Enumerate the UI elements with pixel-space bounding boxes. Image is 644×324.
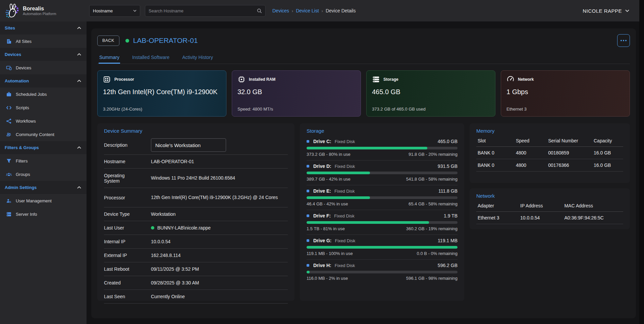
topbar: Borealis Automation Platform Hostname De… [0, 0, 644, 21]
sidebar-item-groups[interactable]: Groups [0, 168, 87, 181]
sidebar-section-admin-settings[interactable]: Admin Settings [0, 181, 87, 194]
row-value: 09/11/2025 @ 3:52 PM [151, 266, 199, 272]
drive-size: 119.1 MB [438, 238, 458, 243]
drive-remaining: 541.8 GB - 58% remaining [406, 177, 458, 182]
drive-row-d: Drive D: Fixed Disk 931.5 GB 389.7 GB - … [307, 160, 458, 185]
stat-card-value: 1 Gbps [506, 88, 624, 96]
row-value: 09/28/2025 @ 3:30 AM [151, 279, 199, 286]
stat-card-value: 465.0 GB [372, 88, 490, 96]
sidebar-item-devices[interactable]: Devices [0, 61, 87, 74]
column-header: Adapter [476, 201, 519, 212]
tab-activity-history[interactable]: Activity History [181, 52, 214, 64]
summary-row-last-user: Last User BUNNY-LAB\nicole.rappe [104, 221, 288, 235]
more-actions-button[interactable] [617, 34, 630, 47]
drive-used: 116.0 MB - 2% in use [307, 276, 348, 281]
summary-row-last-seen: Last Seen Currently Online [104, 290, 288, 304]
sidebar-item-server-info[interactable]: Server Info [0, 207, 87, 221]
summary-row-hostname: Hostname LAB-OPERATOR-01 [104, 155, 288, 169]
chevron-up-icon [77, 27, 81, 29]
device-details-card: BACK LAB-OPERATOR-01 Summary Installed S… [91, 28, 636, 318]
app-window: Borealis Automation Platform Hostname De… [0, 0, 644, 324]
sidebar-item-scripts[interactable]: Scripts [0, 101, 87, 114]
drive-bullet-icon [307, 239, 309, 242]
sidebar-section-automation[interactable]: Automation [0, 74, 87, 87]
drive-row-g: Drive G: Fixed Disk 119.1 MB 119.1 MB - … [307, 235, 458, 260]
stat-card-value: 12th Gen Intel(R) Core(TM) i9-12900K [103, 88, 221, 96]
sidebar-item-all-sites[interactable]: All Sites [0, 35, 87, 48]
search-box[interactable] [145, 5, 266, 17]
sidebar-item-scheduled-jobs[interactable]: Scheduled Jobs [0, 87, 87, 101]
drive-name: Drive H: [313, 263, 331, 268]
sidebar-item-label: All Sites [16, 39, 32, 44]
sidebar-item-label: Scheduled Jobs [16, 92, 47, 97]
breadcrumb-device-list[interactable]: Device List [296, 8, 319, 13]
search-input[interactable] [149, 8, 257, 13]
section-label: Automation [5, 78, 29, 83]
sidebar-item-label: Scripts [16, 105, 29, 110]
hostname-filter-select[interactable]: Hostname [89, 5, 140, 17]
gauge-icon [506, 75, 515, 83]
devices-icon [6, 65, 12, 71]
drive-remaining: 65.4 GB - 58% remaining [409, 201, 458, 206]
breadcrumb: Devices › Device List › Device Details [272, 8, 356, 13]
stat-card-footer: Ethernet 3 [506, 107, 624, 112]
sidebar-item-community-content[interactable]: Community Content [0, 128, 87, 141]
sidebar-section-devices[interactable]: Devices [0, 48, 87, 61]
device-header: BACK LAB-OPERATOR-01 [97, 33, 630, 48]
drive-name: Drive D: [313, 164, 331, 169]
sidebar-item-filters[interactable]: Filters [0, 154, 87, 168]
drive-size: 596.2 GB [438, 263, 458, 268]
server-icon [6, 211, 12, 217]
cell-speed: 4800 [515, 159, 547, 172]
device-summary-panel: Device Summary Description Hostname LAB-… [97, 123, 294, 301]
summary-row-external-ip: External IP 162.248.8.114 [104, 249, 288, 262]
network-row: Ethernet 3 10.0.0.54 A0:36:9F:94:26:5C [476, 212, 623, 224]
storage-panel: Storage Drive C: Fixed Disk 465.0 GB 373… [300, 123, 464, 301]
drive-used: 373.2 GB - 80% in use [307, 152, 351, 157]
cell-adapter: Ethernet 3 [476, 212, 519, 224]
rabbit-logo-icon [4, 3, 19, 18]
tab-bar: Summary Installed Software Activity Hist… [97, 52, 630, 64]
tab-installed-software[interactable]: Installed Software [131, 52, 170, 64]
summary-row-last-reboot: Last Reboot 09/11/2025 @ 3:52 PM [104, 262, 288, 276]
app-logo: Borealis Automation Platform [0, 3, 87, 18]
row-value: 162.248.8.114 [151, 252, 181, 259]
cell-speed: 4800 [515, 147, 547, 159]
stat-card-title: Processor [114, 77, 134, 82]
drive-remaining: 91.8 GB - 20% remaining [409, 152, 458, 157]
back-button[interactable]: BACK [97, 36, 119, 46]
memory-table: Slot Speed Serial Number Capacity BANK 0 [476, 136, 623, 172]
drive-bullet-icon [307, 190, 309, 192]
memory-module-icon [103, 75, 111, 83]
main-content: BACK LAB-OPERATOR-01 Summary Installed S… [87, 21, 644, 324]
sidebar: Sites All Sites Devices [0, 21, 87, 324]
drive-bullet-icon [307, 165, 309, 168]
funnel-icon [6, 158, 12, 164]
description-input[interactable] [151, 138, 226, 152]
drive-usage-bar [307, 147, 458, 149]
row-value: 12th Gen Intel(R) Core(TM) i9-12900K (3.… [151, 194, 278, 201]
sidebar-section-filters-groups[interactable]: Filters & Groups [0, 141, 87, 154]
sidebar-item-workflows[interactable]: Workflows [0, 114, 87, 128]
sidebar-item-user-management[interactable]: User Management [0, 194, 87, 207]
drive-type: Fixed Disk [334, 189, 355, 194]
row-value: BUNNY-LAB\nicole.rappe [157, 224, 211, 231]
tab-summary[interactable]: Summary [99, 52, 120, 64]
network-card: Network 1 Gbps Ethernet 3 [501, 70, 630, 117]
drive-row-h: Drive H: Fixed Disk 596.2 GB 116.0 MB - … [307, 260, 458, 284]
sidebar-section-sites[interactable]: Sites [0, 21, 87, 35]
memory-row: BANK 0 4800 00180859 16.0 GB [476, 147, 623, 159]
installed-ram-card: Installed RAM 32.0 GB Speed: 4800 MT/s [232, 70, 361, 117]
ellipsis-icon [621, 40, 622, 41]
user-menu[interactable]: NICOLE RAPPE [583, 8, 629, 14]
scrollbar[interactable] [639, 0, 644, 324]
stat-card-title: Network [518, 77, 534, 82]
breadcrumb-devices[interactable]: Devices [272, 8, 289, 13]
cell-serial: 00180859 [547, 147, 592, 159]
row-label: Operating System [104, 173, 141, 184]
row-label: Processor [104, 195, 151, 200]
row-label: Description [104, 142, 151, 148]
row-value: 10.0.0.54 [151, 238, 170, 245]
panel-title: Memory [476, 128, 623, 134]
drive-type: Fixed Disk [335, 164, 355, 169]
